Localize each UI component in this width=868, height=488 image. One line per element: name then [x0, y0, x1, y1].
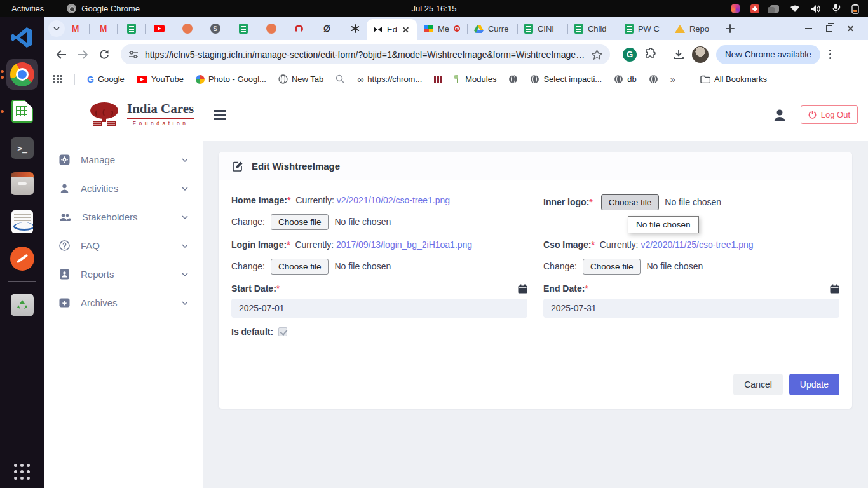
- dock-app-document-viewer[interactable]: [6, 207, 38, 237]
- globe-icon: [530, 74, 539, 84]
- dock-app-files[interactable]: [6, 170, 38, 200]
- new-tab-button[interactable]: [726, 24, 735, 33]
- dock-app-terminal[interactable]: >_: [6, 133, 38, 163]
- focused-app-menu[interactable]: Google Chrome: [67, 4, 140, 13]
- dock-app-libreoffice-calc[interactable]: [6, 96, 38, 126]
- calendar-icon[interactable]: [518, 284, 527, 294]
- chat-icon[interactable]: [770, 5, 779, 13]
- logout-button[interactable]: Log Out: [801, 105, 858, 124]
- bookmarks-overflow-button[interactable]: »: [670, 74, 675, 85]
- home-image-current-link[interactable]: v2/2021/10/02/cso-tree1.png: [337, 195, 450, 205]
- dock-app-chrome[interactable]: [6, 59, 38, 90]
- pinned-tab-arc[interactable]: [294, 24, 304, 34]
- bookmark-star-icon[interactable]: [592, 50, 602, 60]
- pinned-tab-sheets[interactable]: [238, 24, 248, 34]
- start-date-input[interactable]: [231, 299, 527, 318]
- bookmark-photos[interactable]: Photo - Googl...: [196, 74, 266, 84]
- cso-image-current-link[interactable]: v2/2020/11/25/cso-tree1.png: [641, 240, 753, 250]
- reload-button[interactable]: [95, 46, 113, 64]
- pinned-tab-openai[interactable]: [349, 24, 360, 34]
- tab-repo[interactable]: Repo: [668, 17, 718, 40]
- restore-icon[interactable]: [826, 25, 832, 32]
- dock-app-postman[interactable]: [6, 243, 38, 274]
- menu-toggle-button[interactable]: [214, 110, 226, 120]
- pinned-tab-claude[interactable]: [182, 24, 193, 34]
- end-date-input[interactable]: [543, 299, 839, 318]
- tab-search-button[interactable]: [48, 20, 65, 37]
- bookmark-chrom[interactable]: ∞https://chrom...: [357, 74, 422, 85]
- user-icon[interactable]: [773, 108, 787, 122]
- extensions-puzzle-icon[interactable]: [644, 48, 657, 61]
- chevron-down-icon: [182, 273, 188, 276]
- browser-menu-icon[interactable]: [828, 50, 832, 59]
- screen-share-icon[interactable]: [750, 4, 759, 13]
- wifi-icon[interactable]: [790, 4, 800, 13]
- show-applications-button[interactable]: [0, 464, 44, 480]
- login-image-current-link[interactable]: 2017/09/13/login_bg_2iH1oa1.png: [336, 240, 472, 250]
- pinned-tab-youtube[interactable]: [154, 24, 165, 34]
- tab-active-edit[interactable]: Ed: [367, 19, 417, 40]
- pinned-tab-null[interactable]: Ø: [322, 24, 332, 34]
- bookmark-google[interactable]: GGoogle: [87, 74, 125, 85]
- all-bookmarks-button[interactable]: All Bookmarks: [700, 74, 767, 84]
- bookmark-modules[interactable]: Modules: [454, 74, 496, 84]
- gear-square-icon: [59, 154, 70, 165]
- bookmark-db[interactable]: db: [614, 74, 636, 84]
- cube-app-icon[interactable]: [731, 4, 740, 13]
- window-close-icon[interactable]: [846, 24, 855, 33]
- pinned-tab-gmail[interactable]: M: [70, 24, 81, 34]
- url-text[interactable]: https://icfnv5-staging.icfn.in/manage-se…: [145, 50, 585, 60]
- minimize-icon[interactable]: [805, 28, 812, 29]
- bookmark-globe[interactable]: [649, 74, 658, 84]
- pinned-tab-claude[interactable]: [266, 24, 276, 34]
- home-image-choose-file-button[interactable]: Choose file: [271, 214, 329, 230]
- sidebar-item-manage[interactable]: Manage: [44, 146, 203, 174]
- battery-icon[interactable]: [851, 4, 859, 14]
- bookmark-youtube[interactable]: YouTube: [137, 74, 184, 84]
- sidebar-item-activities[interactable]: Activities: [44, 174, 203, 203]
- calendar-icon[interactable]: [830, 284, 839, 294]
- login-image-choose-file-button[interactable]: Choose file: [271, 259, 329, 274]
- address-bar[interactable]: https://icfnv5-staging.icfn.in/manage-se…: [121, 44, 610, 64]
- cancel-button[interactable]: Cancel: [733, 374, 783, 395]
- sidebar-item-faq[interactable]: FAQ: [44, 231, 203, 260]
- bookmark-search[interactable]: [336, 74, 345, 84]
- update-button[interactable]: Update: [789, 374, 839, 395]
- bookmark-select-impact[interactable]: Select impacti...: [530, 74, 602, 84]
- bookmark-maroon-site[interactable]: [434, 76, 442, 83]
- tab-strip: M M S Ø Ed Me Curre: [44, 17, 868, 40]
- tab-cini[interactable]: CINI: [518, 17, 567, 40]
- tab-child[interactable]: Child: [568, 17, 618, 40]
- microphone-icon[interactable]: [832, 4, 841, 13]
- pinned-tab-sheets[interactable]: [126, 24, 137, 34]
- downloads-icon[interactable]: [673, 49, 684, 60]
- trash-icon: [11, 294, 34, 316]
- dock-app-trash[interactable]: [6, 290, 38, 320]
- sidebar-item-archives[interactable]: Archives: [44, 288, 203, 317]
- pinned-tab-globe[interactable]: S: [210, 24, 220, 34]
- cso-image-choose-file-button[interactable]: Choose file: [583, 259, 641, 274]
- grammarly-extension-icon[interactable]: G: [623, 48, 637, 62]
- dock-app-vscode[interactable]: [6, 22, 38, 53]
- back-button[interactable]: [52, 46, 70, 64]
- profile-avatar[interactable]: [692, 46, 709, 63]
- pinned-tab-gmail[interactable]: M: [98, 24, 109, 34]
- inner-logo-choose-file-button[interactable]: Choose file: [601, 194, 660, 210]
- tab-meet[interactable]: Me: [417, 17, 467, 40]
- brand-logo[interactable]: India Cares Foundation: [88, 100, 194, 127]
- forward-button[interactable]: [74, 46, 92, 64]
- people-icon: [59, 212, 71, 222]
- chrome-update-chip[interactable]: New Chrome available: [716, 45, 820, 64]
- is-default-checkbox[interactable]: [278, 327, 287, 336]
- sidebar-item-reports[interactable]: Reports: [44, 260, 203, 288]
- bookmark-globe[interactable]: [508, 74, 518, 84]
- apps-grid-button[interactable]: [53, 75, 62, 84]
- sidebar-item-stakeholders[interactable]: Stakeholders: [44, 203, 203, 231]
- volume-icon[interactable]: [811, 4, 821, 13]
- tab-pw[interactable]: PW C: [618, 17, 668, 40]
- bookmark-new-tab[interactable]: New Tab: [278, 74, 323, 84]
- activities-button[interactable]: Activities: [11, 4, 44, 13]
- tab-drive[interactable]: Curre: [468, 17, 517, 40]
- tab-close-icon[interactable]: [402, 25, 410, 34]
- page-header: India Cares Foundation Log Out: [44, 90, 868, 141]
